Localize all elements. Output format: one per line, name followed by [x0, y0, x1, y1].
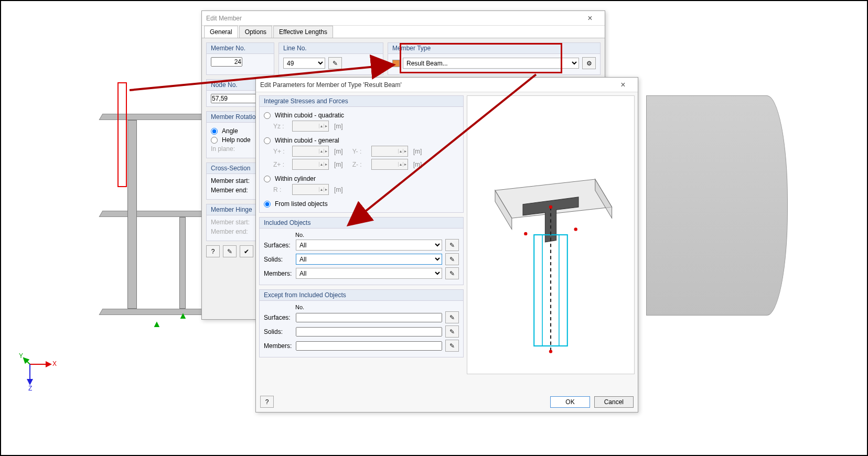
ex-members-field[interactable] [296, 341, 442, 351]
member-type-select[interactable]: Result Beam... [403, 58, 579, 69]
pick-members-icon[interactable]: ✎ [445, 267, 459, 279]
yz-spinner[interactable]: ▴▸ [292, 121, 329, 132]
in-plane-label: In plane: [211, 145, 242, 153]
axis-x-label: X [52, 360, 57, 367]
surfaces-select[interactable]: All [296, 240, 442, 251]
support-icon: ▲ [152, 319, 162, 330]
dialog-title: Edit Member [206, 15, 580, 22]
column [179, 217, 186, 309]
group-integrate: Integrate Stresses and Forces [260, 96, 463, 107]
line-no-select[interactable]: 49 [283, 58, 325, 69]
cylinder-radio[interactable] [264, 176, 271, 182]
pick-icon[interactable]: ✎ [328, 57, 342, 69]
group-included: Included Objects [260, 218, 463, 229]
ym-spinner[interactable]: ▴▸ [371, 146, 408, 157]
axis-y-label: Y [19, 352, 23, 360]
svg-point-14 [574, 227, 577, 231]
dialog-title: Edit Parameters for Member of Type 'Resu… [260, 81, 613, 89]
listed-radio[interactable] [264, 201, 271, 208]
cs-start-label: Member start: [211, 177, 250, 184]
preview-svg [467, 96, 634, 374]
general-radio[interactable] [264, 137, 271, 144]
yp-label: Y+ : [273, 148, 289, 155]
cylinder-label: Within cylinder [275, 175, 316, 182]
members-select[interactable]: All [296, 268, 442, 279]
general-label: Within cuboid - general [275, 137, 339, 144]
yz-label: Yz : [273, 123, 289, 130]
member-no-field[interactable] [211, 57, 242, 67]
svg-point-12 [549, 350, 552, 353]
pick-solids-icon[interactable]: ✎ [445, 253, 459, 265]
group-except: Except from Included Objects [260, 290, 463, 301]
no-header: No. [264, 232, 459, 238]
close-icon[interactable]: × [613, 80, 634, 90]
support-icon: ▲ [178, 310, 188, 321]
pick-ex-members-icon[interactable]: ✎ [445, 340, 459, 352]
ex-surfaces-label: Surfaces: [264, 314, 293, 321]
cylinder-solid [646, 95, 788, 316]
svg-point-13 [524, 232, 527, 235]
svg-line-1 [24, 358, 30, 364]
ex-solids-label: Solids: [264, 328, 293, 335]
hinge-end-label: Member end: [211, 228, 248, 235]
coordinate-axes: X Y Z [22, 354, 59, 392]
node-no-field[interactable] [211, 94, 261, 103]
r-spinner[interactable]: ▴▸ [292, 184, 329, 195]
type-color-swatch [392, 60, 400, 67]
zm-label: Z- : [352, 161, 368, 168]
quadratic-label: Within cuboid - quadratic [275, 112, 344, 119]
ok-button[interactable]: OK [550, 396, 590, 408]
edit-icon[interactable]: ✎ [223, 245, 237, 257]
ex-surfaces-field[interactable] [296, 313, 442, 322]
zm-spinner[interactable]: ▴▸ [371, 159, 408, 170]
column [127, 120, 137, 309]
pick-ex-surfaces-icon[interactable]: ✎ [445, 311, 459, 323]
svg-point-11 [549, 205, 552, 209]
tab-general[interactable]: General [204, 26, 238, 38]
yp-spinner[interactable]: ▴▸ [292, 146, 329, 157]
tabs: General Options Effective Lengths [202, 26, 605, 38]
preview-pane[interactable] [467, 95, 635, 374]
cancel-button[interactable]: Cancel [594, 396, 634, 408]
hinge-start-label: Member start: [211, 219, 250, 226]
wireframe-member [117, 82, 127, 187]
zp-spinner[interactable]: ▴▸ [292, 159, 329, 170]
help-node-radio[interactable] [211, 137, 218, 144]
angle-radio[interactable] [211, 128, 218, 135]
listed-label: From listed objects [275, 200, 328, 208]
tab-options[interactable]: Options [239, 26, 272, 38]
group-line-no: Line No. [279, 43, 383, 54]
help-node-label: Help node [222, 136, 251, 144]
group-member-no: Member No. [207, 43, 274, 54]
zp-label: Z+ : [273, 161, 289, 168]
solids-label: Solids: [264, 256, 293, 263]
pick-ex-solids-icon[interactable]: ✎ [445, 325, 459, 338]
help-icon[interactable]: ? [260, 396, 274, 408]
close-icon[interactable]: × [580, 14, 601, 23]
angle-label: Angle [222, 127, 238, 135]
check-icon[interactable]: ✔ [240, 245, 253, 257]
ex-solids-field[interactable] [296, 327, 442, 336]
solids-select[interactable]: All [296, 254, 442, 265]
help-icon[interactable]: ? [206, 245, 220, 257]
axis-z-label: Z [28, 385, 32, 392]
no-header: No. [264, 304, 459, 310]
r-label: R : [273, 186, 289, 193]
tab-effective-lengths[interactable]: Effective Lengths [273, 26, 333, 38]
group-member-type: Member Type [388, 43, 600, 54]
type-settings-icon[interactable]: ⚙ [582, 57, 596, 69]
cs-end-label: Member end: [211, 187, 248, 194]
ex-members-label: Members: [264, 342, 293, 350]
ym-label: Y- : [352, 148, 368, 155]
surfaces-label: Surfaces: [264, 242, 293, 249]
pick-surfaces-icon[interactable]: ✎ [445, 239, 459, 251]
quadratic-radio[interactable] [264, 112, 271, 119]
members-label: Members: [264, 270, 293, 277]
edit-parameters-dialog: Edit Parameters for Member of Type 'Resu… [255, 77, 638, 412]
